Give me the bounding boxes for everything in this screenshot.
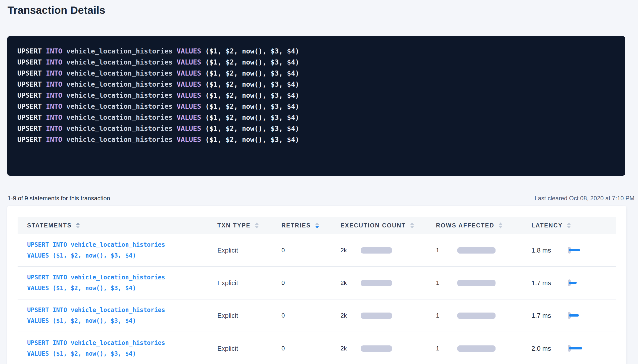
sql-token: ($1, $2, now(), $3, $4)	[201, 113, 299, 121]
column-header-txn-type[interactable]: TXN TYPE	[208, 222, 272, 229]
sort-arrows[interactable]	[410, 222, 414, 228]
sql-token	[42, 58, 46, 66]
statement-line2: VALUES ($1, $2, now(), $3, $4)	[27, 283, 136, 294]
execution-count-bar	[361, 280, 392, 286]
execution-count-cell: 2k	[331, 345, 426, 352]
sql-token	[42, 125, 46, 132]
rows-affected-value: 1	[436, 345, 457, 352]
execution-count-bar	[361, 345, 392, 352]
column-header-label: ROWS AFFECTED	[436, 222, 494, 229]
column-header-label: STATEMENTS	[27, 222, 72, 229]
statement-link[interactable]: UPSERT INTO vehicle_location_histories V…	[18, 305, 208, 326]
latency-bar-chart	[568, 312, 603, 319]
column-header-execution-count[interactable]: EXECUTION COUNT	[331, 222, 426, 229]
retries-value: 0	[281, 345, 285, 352]
rows-affected-cell: 1	[426, 279, 522, 286]
latency-value: 1.7 ms	[531, 312, 568, 320]
column-header-label: LATENCY	[531, 222, 563, 229]
rows-affected-value: 1	[436, 247, 457, 254]
execution-count-bar	[361, 313, 392, 319]
sql-token: vehicle_location_histories	[66, 80, 173, 88]
sql-token	[42, 113, 46, 121]
column-header-statements[interactable]: STATEMENTS	[18, 222, 208, 229]
sql-token	[62, 136, 66, 143]
sort-arrows[interactable]	[255, 222, 259, 228]
sql-token: VALUES	[177, 80, 201, 88]
sql-token: ($1, $2, now(), $3, $4)	[201, 47, 299, 55]
retries-value: 0	[281, 312, 285, 319]
column-header-retries[interactable]: RETRIES	[272, 222, 331, 229]
sql-token	[173, 58, 177, 66]
sql-token	[42, 136, 46, 143]
txn-type-value: Explicit	[217, 345, 238, 352]
statement-link[interactable]: UPSERT INTO vehicle_location_histories V…	[18, 338, 208, 359]
sort-arrows[interactable]	[76, 222, 80, 228]
sort-arrows[interactable]	[567, 222, 571, 228]
sql-token: VALUES	[177, 91, 201, 99]
latency-cell: 1.7 ms	[522, 279, 616, 287]
sql-token: UPSERT	[17, 47, 42, 55]
statements-summary-row: 1-9 of 9 statements for this transaction…	[8, 193, 634, 204]
sql-token: vehicle_location_histories	[66, 69, 173, 77]
latency-bar-icon	[569, 282, 577, 284]
sort-up-icon	[255, 222, 259, 225]
sql-token: VALUES	[177, 47, 201, 55]
sort-arrows[interactable]	[315, 222, 319, 228]
sql-token: VALUES	[177, 136, 201, 143]
sql-token	[42, 91, 46, 99]
sql-token: ($1, $2, now(), $3, $4)	[201, 58, 299, 66]
sql-token	[173, 91, 177, 99]
rows-affected-bar	[457, 345, 496, 352]
sort-down-icon	[567, 226, 571, 228]
statement-link[interactable]: UPSERT INTO vehicle_location_histories V…	[18, 272, 208, 294]
sort-down-icon	[315, 226, 319, 228]
sql-statement-list: UPSERT INTO vehicle_location_histories V…	[17, 46, 615, 145]
rows-affected-bar	[457, 280, 496, 286]
sort-up-icon	[499, 222, 502, 225]
sort-up-icon	[410, 222, 414, 225]
sql-token: vehicle_location_histories	[66, 113, 173, 121]
statement-line1: UPSERT INTO vehicle_location_histories	[27, 272, 165, 283]
rows-affected-cell: 1	[426, 345, 522, 352]
execution-count-cell: 2k	[331, 279, 426, 286]
table-body: UPSERT INTO vehicle_location_histories V…	[18, 234, 616, 364]
sql-statement-line: UPSERT INTO vehicle_location_histories V…	[17, 101, 615, 112]
sql-token: vehicle_location_histories	[66, 58, 173, 66]
sql-token: UPSERT	[17, 91, 42, 99]
sql-token	[42, 69, 46, 77]
retries-cell: 0	[272, 312, 331, 319]
column-header-rows-affected[interactable]: ROWS AFFECTED	[426, 222, 522, 229]
retries-cell: 0	[272, 345, 331, 352]
sort-up-icon	[315, 222, 319, 225]
statement-line2: VALUES ($1, $2, now(), $3, $4)	[27, 250, 136, 261]
sql-token	[62, 80, 66, 88]
sql-token: INTO	[46, 136, 62, 143]
sql-statement-line: UPSERT INTO vehicle_location_histories V…	[17, 79, 615, 90]
sql-token: VALUES	[177, 113, 201, 121]
sql-token	[62, 58, 66, 66]
sort-arrows[interactable]	[499, 222, 502, 228]
sort-down-icon	[410, 226, 414, 228]
sql-token: VALUES	[177, 69, 201, 77]
statement-link[interactable]: UPSERT INTO vehicle_location_histories V…	[18, 239, 208, 261]
latency-bar-chart	[568, 345, 603, 352]
sql-token: VALUES	[177, 58, 201, 66]
latency-bar-chart	[568, 247, 603, 254]
txn-type-value: Explicit	[217, 247, 238, 254]
latency-cell: 1.7 ms	[522, 312, 616, 320]
latency-bar-icon	[569, 347, 582, 349]
sql-token	[173, 102, 177, 110]
latency-value: 1.8 ms	[531, 247, 568, 254]
statement-line2: VALUES ($1, $2, now(), $3, $4)	[27, 316, 136, 326]
sql-token: ($1, $2, now(), $3, $4)	[201, 136, 299, 143]
sql-statement-line: UPSERT INTO vehicle_location_histories V…	[17, 90, 615, 101]
sql-token: UPSERT	[17, 102, 42, 110]
sql-token: UPSERT	[17, 80, 42, 88]
sql-token	[62, 102, 66, 110]
latency-value: 1.7 ms	[531, 279, 568, 287]
rows-affected-value: 1	[436, 312, 457, 319]
sql-token: VALUES	[177, 102, 201, 110]
column-header-latency[interactable]: LATENCY	[522, 222, 616, 229]
sql-token	[173, 136, 177, 143]
statements-count-text: 1-9 of 9 statements for this transaction	[8, 195, 110, 202]
